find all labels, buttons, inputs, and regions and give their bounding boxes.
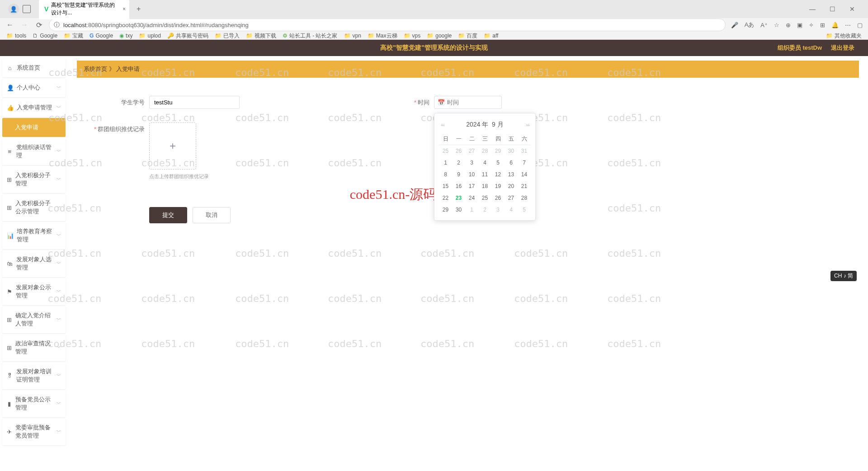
back-button[interactable]: ← (5, 21, 14, 29)
sidebar-icon[interactable]: ▣ (797, 22, 802, 28)
sidebar-item[interactable]: ⌂系统首页 (2, 58, 66, 77)
sidebar-item[interactable]: 🎖发展对象培训证明管理﹀ (2, 362, 66, 389)
notification-icon[interactable]: ⊕ (786, 22, 791, 28)
bookmark-item[interactable]: 📁vpn (344, 33, 361, 39)
dp-day[interactable]: 21 (518, 180, 531, 192)
microphone-icon[interactable]: 🎤 (731, 22, 738, 28)
favorite-icon[interactable]: ☆ (774, 22, 779, 28)
bookmark-item[interactable]: 📁Max云梯 (368, 32, 397, 40)
bookmark-item[interactable]: 📁google (427, 33, 452, 39)
bookmark-item[interactable]: 📁宝藏 (64, 32, 83, 40)
dp-title[interactable]: 2024 年 9 月 (466, 121, 504, 129)
extension-icon[interactable]: ⊞ (820, 22, 825, 28)
dp-day[interactable]: 28 (518, 192, 531, 204)
bookmark-item[interactable]: 📁已导入 (215, 32, 240, 40)
dp-day[interactable]: 5 (518, 204, 531, 216)
dp-day[interactable]: 28 (478, 145, 491, 157)
forward-button[interactable]: → (20, 21, 29, 29)
dp-next-buttons[interactable]: › » (526, 122, 529, 127)
dp-day[interactable]: 26 (491, 192, 505, 204)
reader-icon[interactable]: A⁺ (760, 22, 768, 28)
dp-day[interactable]: 12 (491, 169, 505, 180)
breadcrumb-home[interactable]: 系统首页 (84, 66, 107, 72)
dp-day[interactable]: 15 (439, 180, 452, 192)
close-icon[interactable]: × (123, 6, 126, 12)
dp-day[interactable]: 9 (452, 169, 465, 180)
menu-icon[interactable]: ⋯ (845, 22, 851, 28)
dp-day[interactable]: 13 (505, 169, 518, 180)
student-id-input[interactable] (149, 96, 240, 109)
dp-day[interactable]: 5 (491, 157, 505, 169)
dp-day[interactable]: 8 (439, 169, 452, 180)
dp-day[interactable]: 16 (452, 180, 465, 192)
sidebar-item[interactable]: 📊培养教育考察管理﹀ (2, 222, 66, 249)
dp-day[interactable]: 7 (518, 157, 531, 169)
sidebar-item[interactable]: ✈党委审批预备党员管理﹀ (2, 418, 66, 445)
dp-day[interactable]: 30 (505, 145, 518, 157)
minimize-button[interactable]: — (807, 5, 818, 13)
dp-day[interactable]: 20 (505, 180, 518, 192)
dp-day[interactable]: 3 (491, 204, 505, 216)
upload-box[interactable]: + (149, 122, 196, 170)
address-bar[interactable]: ⓘ localhost:8080/springbootq630j/admin/d… (49, 19, 726, 31)
sidebar-item[interactable]: ⊞入党积极分子管理﹀ (2, 166, 66, 193)
dp-day[interactable]: 2 (478, 204, 491, 216)
other-bookmarks[interactable]: 📁其他收藏夹 (826, 32, 862, 40)
dp-day[interactable]: 30 (452, 204, 465, 216)
bookmark-item[interactable]: 📁vps (404, 33, 421, 39)
dp-day[interactable]: 14 (518, 169, 531, 180)
dp-day[interactable]: 1 (439, 157, 452, 169)
dp-day[interactable]: 26 (452, 145, 465, 157)
dp-day[interactable]: 4 (505, 204, 518, 216)
sidebar-item[interactable]: ⚑发展对象公示管理﹀ (2, 278, 66, 305)
dp-day[interactable]: 31 (518, 145, 531, 157)
close-window-button[interactable]: ✕ (847, 5, 858, 13)
sidebar-item[interactable]: 👍入党申请管理﹀ (2, 98, 66, 117)
dp-day[interactable]: 29 (439, 204, 452, 216)
sidebar-item[interactable]: ⊞政治审查情况管理﹀ (2, 334, 66, 361)
sidebar-item[interactable]: ▮预备党员公示管理﹀ (2, 390, 66, 417)
bookmark-item[interactable]: 📁百度 (458, 32, 477, 40)
dp-day[interactable]: 24 (465, 192, 478, 204)
sidebar-item[interactable]: ⊞确定入党介绍人管理﹀ (2, 306, 66, 333)
dp-prev-buttons[interactable]: « ‹ (441, 122, 444, 127)
dp-day[interactable]: 17 (465, 180, 478, 192)
dp-day[interactable]: 10 (465, 169, 478, 180)
collections-icon[interactable]: ✧ (809, 22, 814, 28)
dp-day[interactable]: 23 (452, 192, 465, 204)
dp-day[interactable]: 18 (478, 180, 491, 192)
bookmark-item[interactable]: ◉txy (119, 33, 132, 39)
bookmark-item[interactable]: 🗋Google (33, 33, 57, 39)
logout-button[interactable]: 退出登录 (831, 44, 854, 52)
sidebar-item[interactable]: 入党申请 (2, 118, 66, 137)
dp-day[interactable]: 4 (478, 157, 491, 169)
dp-day[interactable]: 25 (478, 192, 491, 204)
sidebar-item[interactable]: 🛍发展对象人选管理﹀ (2, 250, 66, 277)
new-tab-button[interactable]: + (133, 3, 144, 15)
active-tab[interactable]: V 高校"智慧党建"管理系统的设计与... × (39, 0, 129, 19)
dp-day[interactable]: 6 (505, 157, 518, 169)
dp-day[interactable]: 22 (439, 192, 452, 204)
dp-day[interactable]: 1 (465, 204, 478, 216)
user-info[interactable]: 组织委员 testDw (778, 44, 822, 52)
dp-day[interactable]: 29 (491, 145, 505, 157)
cancel-button[interactable]: 取消 (193, 207, 231, 223)
profile-icon[interactable]: 👤 (8, 4, 19, 14)
dp-day[interactable]: 25 (439, 145, 452, 157)
refresh-button[interactable]: ⟳ (34, 21, 43, 29)
dp-day[interactable]: 19 (491, 180, 505, 192)
dp-day[interactable]: 27 (465, 145, 478, 157)
split-icon[interactable]: ▢ (857, 22, 863, 28)
dp-day[interactable]: 27 (505, 192, 518, 204)
sidebar-item[interactable]: ⊞入党积极分子公示管理﹀ (2, 194, 66, 221)
dp-day[interactable]: 2 (452, 157, 465, 169)
dp-day[interactable]: 11 (478, 169, 491, 180)
bookmark-item[interactable]: ⚙站长工具 - 站长之家 (283, 32, 338, 40)
dp-day[interactable]: 3 (465, 157, 478, 169)
bookmark-item[interactable]: 📁tools (6, 33, 26, 39)
bookmark-item[interactable]: 📁uplod (139, 33, 160, 39)
extension2-icon[interactable]: 🔔 (831, 22, 839, 28)
bookmark-item[interactable]: 📁视频下载 (246, 32, 276, 40)
submit-button[interactable]: 提交 (149, 207, 187, 223)
sidebar-item[interactable]: ≡党组织谈话管理﹀ (2, 138, 66, 165)
